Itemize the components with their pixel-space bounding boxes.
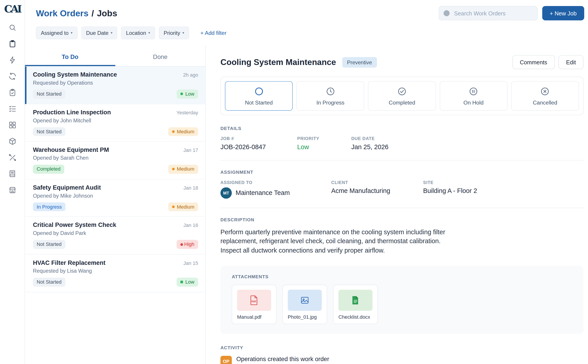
filter-label: Assigned to (41, 30, 69, 36)
sidebar-item-categories[interactable] (5, 117, 20, 133)
book-icon (8, 169, 16, 178)
list-item[interactable]: HVAC Filter Replacement Jan 15 Requested… (25, 254, 206, 292)
priority-dot-icon (172, 205, 175, 208)
sidebar-item-work-orders[interactable] (5, 36, 20, 51)
list-item[interactable]: Production Line Inspection Yesterday Ope… (25, 104, 206, 142)
due-date-value: Jan 25, 2026 (351, 143, 388, 151)
comments-button[interactable]: Comments (512, 55, 555, 69)
package-icon (8, 137, 16, 145)
sidebar: CAI (0, 0, 25, 364)
top-bar: Work Orders / Jobs + New Job (25, 0, 588, 24)
search-box[interactable] (438, 6, 537, 20)
detail-header: Cooling System Maintenance Preventive Co… (220, 55, 583, 69)
add-filter-button[interactable]: + Add filter (198, 29, 229, 36)
sidebar-item-facility[interactable] (5, 182, 20, 198)
filter-label: Due Date (86, 30, 108, 36)
breadcrumb: Work Orders / Jobs (36, 8, 117, 18)
status-option-label: On Hold (463, 100, 484, 106)
list-item[interactable]: Safety Equipment Audit Jan 18 Opened by … (25, 179, 206, 217)
work-order-title: Critical Power System Check (33, 222, 116, 228)
filter-due-date[interactable]: Due Date ▾ (81, 26, 117, 39)
work-order-title: HVAC Filter Replacement (33, 260, 105, 266)
top-actions: + New Job (438, 6, 584, 20)
attachment-name: Manual.pdf (237, 314, 271, 320)
description-text: Perform quarterly preventive maintenance… (220, 228, 447, 255)
attachment-card[interactable]: Photo_01.jpg (282, 285, 327, 324)
status-option-completed[interactable]: Completed (368, 81, 436, 111)
sidebar-item-assets[interactable] (5, 134, 20, 149)
clock-icon (326, 86, 335, 96)
doc-file-icon (339, 290, 373, 311)
list-checks-icon (8, 104, 16, 113)
priority-badge: Medium (168, 165, 198, 174)
work-order-time: Jan 17 (183, 147, 198, 153)
priority-badge: High (177, 240, 198, 249)
list-item[interactable]: Cooling System Maintenance 2h ago Reques… (25, 66, 206, 104)
sidebar-item-checklists[interactable] (5, 101, 20, 116)
work-order-subtitle: Opened by Sarah Chen (33, 155, 198, 161)
tab-todo[interactable]: To Do (25, 48, 115, 66)
avatar: OP (220, 356, 232, 364)
status-badge: In Progress (33, 202, 66, 211)
sidebar-item-automations[interactable] (5, 52, 20, 68)
tab-done[interactable]: Done (115, 48, 205, 66)
chevron-down-icon: ▾ (182, 31, 184, 35)
work-order-time: Jan 16 (183, 223, 198, 228)
building-icon (8, 186, 16, 194)
list-item[interactable]: Warehouse Equipment PM Jan 17 Opened by … (25, 142, 206, 179)
status-option-cancelled[interactable]: Cancelled (511, 81, 579, 111)
work-order-title: Production Line Inspection (33, 109, 111, 116)
attachment-card[interactable]: Checklist.docx (333, 285, 378, 324)
priority-dot-icon (172, 168, 175, 171)
svg-text:PDF: PDF (252, 300, 256, 303)
list-tabs: To Do Done (25, 48, 206, 66)
breadcrumb-separator: / (91, 8, 94, 18)
pause-circle-icon (469, 86, 478, 96)
search-icon (8, 23, 16, 32)
status-option-on-hold[interactable]: On Hold (440, 81, 507, 111)
sidebar-item-tools[interactable] (5, 150, 20, 165)
work-order-title: Safety Equipment Audit (33, 184, 101, 191)
list-item[interactable]: Critical Power System Check Jan 16 Opene… (25, 217, 206, 254)
app-logo: CAI (4, 3, 20, 15)
status-option-in-progress[interactable]: In Progress (296, 81, 364, 111)
job-number-label: JOB # (220, 136, 297, 141)
clipboard-icon (8, 40, 16, 48)
work-order-subtitle: Requested by Lisa Wang (33, 268, 198, 274)
filter-label: Priority (164, 30, 180, 36)
work-order-subtitle: Requested by Operations (33, 80, 198, 86)
new-job-button[interactable]: + New Job (542, 6, 584, 20)
work-order-detail-panel: Cooling System Maintenance Preventive Co… (206, 45, 588, 364)
breadcrumb-work-orders[interactable]: Work Orders (36, 8, 88, 18)
search-input[interactable] (453, 10, 533, 17)
work-order-time: Jan 15 (183, 260, 198, 266)
priority-badge: Low (177, 278, 198, 286)
content: To Do Done Cooling System Maintenance 2h… (25, 45, 588, 364)
sidebar-item-library[interactable] (5, 166, 20, 181)
status-badge: Not Started (33, 240, 65, 249)
edit-button[interactable]: Edit (559, 55, 583, 69)
work-order-title: Warehouse Equipment PM (33, 147, 109, 153)
assignment-fields: ASSIGNED TO MT Maintenance Team CLIENT A… (220, 180, 583, 199)
filter-assigned-to[interactable]: Assigned to ▾ (36, 26, 78, 39)
assignee-name: Maintenance Team (236, 189, 290, 197)
status-badge: Not Started (33, 90, 65, 98)
status-option-label: Completed (389, 100, 415, 106)
status-option-label: Not Started (245, 100, 273, 106)
status-option-not-started[interactable]: Not Started (225, 81, 293, 111)
site-value: Building A - Floor 2 (423, 187, 477, 195)
attachment-card[interactable]: PDF Manual.pdf (232, 285, 277, 324)
priority-dot-icon (180, 243, 183, 246)
activity-heading: ACTIVITY (220, 345, 583, 351)
sidebar-item-tasks[interactable] (5, 85, 20, 100)
image-file-icon (288, 290, 322, 311)
assignment-heading: ASSIGNMENT (220, 169, 583, 175)
sidebar-item-search[interactable] (5, 20, 20, 35)
priority-badge: Medium (168, 202, 198, 211)
status-option-label: Cancelled (533, 100, 557, 106)
sidebar-item-sync[interactable] (5, 69, 20, 84)
breadcrumb-jobs: Jobs (97, 8, 117, 18)
filter-priority[interactable]: Priority ▾ (159, 26, 189, 39)
filter-location[interactable]: Location ▾ (121, 26, 155, 39)
attachment-name: Photo_01.jpg (288, 314, 322, 320)
